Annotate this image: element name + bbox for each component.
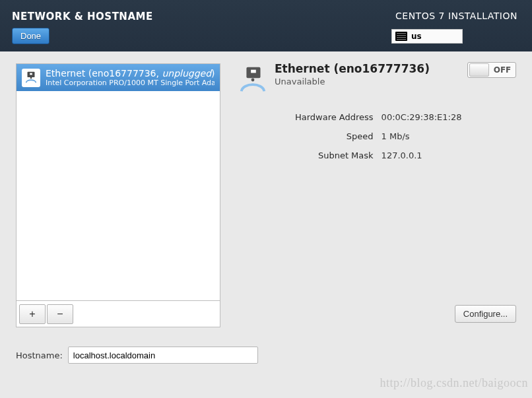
table-row: Subnet Mask 127.0.0.1 (239, 147, 515, 164)
hwaddr-label: Hardware Address (239, 108, 380, 126)
done-button[interactable]: Done (12, 28, 50, 44)
svg-point-2 (30, 77, 32, 79)
svg-rect-1 (30, 73, 32, 75)
detail-title: Ethernet (eno16777736) (275, 62, 430, 75)
configure-button[interactable]: Configure... (455, 305, 516, 323)
keyboard-layout-label: us (411, 32, 422, 41)
interface-item-name: Ethernet (eno16777736, unplugged) (46, 68, 215, 79)
hostname-input[interactable] (68, 347, 258, 364)
keyboard-layout-indicator[interactable]: us (391, 29, 463, 44)
subnet-value: 127.0.0.1 (382, 147, 515, 164)
detail-table: Hardware Address 00:0C:29:38:E1:28 Speed… (238, 107, 516, 166)
hostname-label: Hostname: (16, 350, 63, 360)
interface-list[interactable]: Ethernet (eno16777736, unplugged) Intel … (16, 63, 220, 301)
connection-toggle[interactable]: OFF (467, 62, 516, 78)
svg-point-5 (251, 79, 255, 82)
install-title: CENTOS 7 INSTALLATION (395, 11, 517, 21)
interface-item-text: Ethernet (eno16777736, unplugged) Intel … (46, 68, 215, 87)
watermark: http://blog.csdn.net/baigoocn (380, 376, 528, 390)
speed-value: 1 Mb/s (382, 127, 515, 145)
add-interface-button[interactable]: + (19, 304, 46, 324)
header: NETWORK & HOSTNAME CENTOS 7 INSTALLATION… (0, 0, 532, 51)
page-title: NETWORK & HOSTNAME (12, 11, 153, 22)
remove-interface-button[interactable]: − (47, 304, 73, 324)
hostname-row: Hostname: (16, 347, 258, 364)
interface-detail: Ethernet (eno16777736) Unavailable OFF H… (238, 62, 516, 166)
keyboard-icon (395, 32, 407, 41)
toggle-label: OFF (489, 65, 515, 75)
svg-rect-4 (251, 70, 256, 73)
interface-buttons: + − (16, 301, 220, 327)
detail-status: Unavailable (275, 77, 430, 86)
table-row: Speed 1 Mb/s (239, 127, 515, 145)
ethernet-large-icon (238, 65, 268, 95)
toggle-knob (469, 63, 489, 77)
hwaddr-value: 00:0C:29:38:E1:28 (382, 108, 515, 126)
table-row: Hardware Address 00:0C:29:38:E1:28 (239, 108, 515, 126)
interface-item-ethernet[interactable]: Ethernet (eno16777736, unplugged) Intel … (17, 64, 220, 91)
ethernet-icon (22, 69, 40, 87)
subnet-label: Subnet Mask (239, 147, 380, 164)
interface-item-subtitle: Intel Corporation PRO/1000 MT Single Por… (46, 79, 215, 87)
speed-label: Speed (239, 127, 380, 145)
